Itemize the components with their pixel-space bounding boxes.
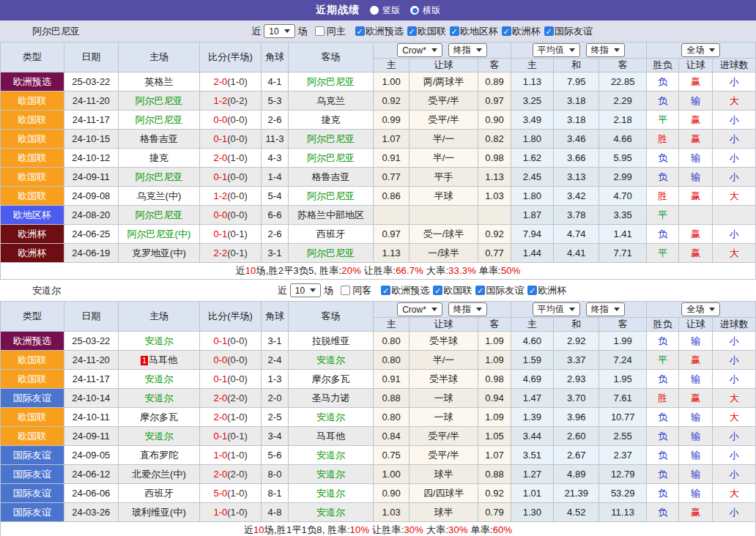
layout-option-vertical[interactable]: 竖版 bbox=[370, 4, 400, 17]
away-team-link[interactable]: 安道尔 bbox=[316, 450, 345, 461]
away-team-link[interactable]: 圣马力诺 bbox=[312, 392, 350, 403]
layout-option-horizontal[interactable]: 横版 bbox=[410, 4, 440, 17]
home-team-link[interactable]: 西班牙 bbox=[144, 488, 173, 499]
layout-radio[interactable] bbox=[370, 6, 379, 15]
competition-filter[interactable]: ✓国际友谊 bbox=[475, 284, 524, 297]
home-team-link[interactable]: 阿尔巴尼亚 bbox=[135, 95, 182, 106]
competition-label: 欧国联 bbox=[443, 284, 472, 297]
final-index-select[interactable]: 终指 bbox=[586, 302, 625, 316]
layout-radio-label: 竖版 bbox=[382, 4, 400, 17]
sub-col-goals: 进球数 bbox=[713, 318, 756, 332]
home-team-link[interactable]: 安道尔 bbox=[144, 392, 173, 403]
competition-filter[interactable]: ✓欧国联 bbox=[407, 25, 446, 38]
result-cell: 大 bbox=[713, 187, 756, 206]
final-index-select[interactable]: 终指 bbox=[448, 43, 487, 57]
match-date: 24-10-14 bbox=[64, 389, 119, 408]
competition-checkbox[interactable]: ✓ bbox=[381, 286, 390, 295]
competition-checkbox[interactable]: ✓ bbox=[450, 26, 459, 36]
competition-filter[interactable]: ✓国际友谊 bbox=[544, 25, 593, 38]
handicap-odds-cell: 0.88 bbox=[374, 389, 409, 408]
home-team-link[interactable]: 玻利维亚(中) bbox=[132, 507, 186, 518]
summary-part: 单率: bbox=[468, 524, 493, 535]
fulltime-select[interactable]: 全场 bbox=[681, 43, 720, 57]
home-team-link[interactable]: 阿尔巴尼亚 bbox=[135, 209, 182, 220]
away-team-link[interactable]: 苏格兰中部地区 bbox=[297, 209, 364, 220]
away-team-link[interactable]: 马耳他 bbox=[316, 431, 345, 442]
competition-checkbox[interactable]: ✓ bbox=[502, 26, 511, 36]
competition-checkbox[interactable]: ✓ bbox=[355, 26, 365, 36]
matches-tbody: 欧洲预选25-03-22安道尔0-1(0-0)3-1拉脱维亚0.80受半球1.0… bbox=[1, 332, 756, 522]
away-team-link[interactable]: 阿尔巴尼亚 bbox=[307, 247, 355, 258]
home-team-link[interactable]: 格鲁吉亚 bbox=[140, 133, 178, 144]
average-select[interactable]: 平均值 bbox=[533, 302, 580, 316]
average-odds-cell: 2.93 bbox=[554, 370, 599, 389]
home-team-link[interactable]: 阿尔巴尼亚 bbox=[135, 114, 182, 125]
home-team-link[interactable]: 阿尔巴尼亚(中) bbox=[127, 228, 191, 239]
competition-filter[interactable]: ✓欧洲杯 bbox=[527, 284, 566, 297]
filter-controls: 近 10 场 同主 ✓欧洲预选✓欧国联✓欧地区杯✓欧洲杯✓国际友谊 bbox=[251, 24, 592, 38]
layout-radio[interactable] bbox=[410, 6, 419, 15]
away-team-link[interactable]: 摩尔多瓦 bbox=[312, 373, 350, 384]
match-date: 24-06-25 bbox=[64, 225, 119, 244]
away-team-link[interactable]: 阿尔巴尼亚 bbox=[307, 76, 355, 87]
competition-checkbox[interactable]: ✓ bbox=[475, 286, 485, 295]
away-team-link[interactable]: 拉脱维亚 bbox=[312, 335, 350, 346]
home-team-link[interactable]: 摩尔多瓦 bbox=[140, 412, 178, 423]
competition-filter[interactable]: ✓欧洲杯 bbox=[502, 25, 541, 38]
away-team-link[interactable]: 安道尔 bbox=[316, 507, 345, 518]
same-venue-checkbox[interactable] bbox=[341, 286, 350, 295]
handicap-odds-cell: 一/球半 bbox=[409, 244, 478, 263]
competition-filter[interactable]: ✓欧洲预选 bbox=[355, 25, 404, 38]
odds-source-select[interactable]: Crow* bbox=[397, 302, 442, 316]
same-venue-filter[interactable]: 同客 bbox=[341, 284, 371, 297]
away-team-link[interactable]: 西班牙 bbox=[316, 228, 345, 239]
home-team-link[interactable]: 英格兰 bbox=[144, 76, 173, 87]
home-team-link[interactable]: 安道尔 bbox=[144, 373, 173, 384]
table-row: 国际友谊24-03-26玻利维亚(中)1-0(1-0)4-8安道尔1.03球半0… bbox=[1, 503, 756, 522]
away-team-link[interactable]: 安道尔 bbox=[316, 488, 345, 499]
competition-badge: 欧洲预选 bbox=[1, 332, 64, 351]
home-team-link[interactable]: 乌克兰(中) bbox=[137, 190, 182, 201]
home-team-link[interactable]: 北爱尔兰(中) bbox=[132, 469, 186, 480]
col-score: 比分(半场) bbox=[199, 302, 262, 332]
col-away: 客场 bbox=[288, 42, 374, 72]
competition-checkbox[interactable]: ✓ bbox=[407, 26, 417, 36]
same-venue-checkbox[interactable] bbox=[315, 26, 325, 36]
away-team-link[interactable]: 阿尔巴尼亚 bbox=[307, 190, 355, 201]
fulltime-select[interactable]: 全场 bbox=[681, 302, 720, 316]
average-odds-cell: 3.44 bbox=[511, 427, 553, 446]
away-team-link[interactable]: 捷克 bbox=[322, 114, 341, 125]
recent-count-select[interactable]: 10 bbox=[264, 24, 294, 38]
home-team-link[interactable]: 克罗地亚(中) bbox=[132, 247, 186, 258]
away-team-link[interactable]: 乌克兰 bbox=[316, 95, 345, 106]
home-team-link[interactable]: 阿尔巴尼亚 bbox=[135, 171, 182, 182]
home-team-link[interactable]: 直布罗陀 bbox=[140, 450, 178, 461]
away-team-link[interactable]: 安道尔 bbox=[316, 469, 345, 480]
away-team-link[interactable]: 阿尔巴尼亚 bbox=[307, 133, 355, 144]
competition-filter[interactable]: ✓欧洲预选 bbox=[381, 284, 429, 297]
home-team-link[interactable]: 安道尔 bbox=[144, 335, 173, 346]
average-select[interactable]: 平均值 bbox=[533, 43, 580, 57]
score: 1-2(0-2) bbox=[199, 92, 262, 111]
handicap-odds-cell: 受半球 bbox=[409, 370, 478, 389]
competition-filter[interactable]: ✓欧地区杯 bbox=[450, 25, 498, 38]
competition-checkbox[interactable]: ✓ bbox=[433, 286, 442, 295]
final-index-select[interactable]: 终指 bbox=[448, 302, 487, 316]
col-away: 客场 bbox=[288, 302, 374, 332]
same-venue-filter[interactable]: 同主 bbox=[315, 25, 346, 38]
competition-checkbox[interactable]: ✓ bbox=[544, 26, 554, 36]
away-team-link[interactable]: 安道尔 bbox=[316, 412, 345, 423]
competition-checkbox[interactable]: ✓ bbox=[527, 286, 537, 295]
away-team-link[interactable]: 阿尔巴尼亚 bbox=[307, 152, 355, 163]
average-odds-cell: 7.95 bbox=[554, 72, 599, 92]
away-team-link[interactable]: 安道尔 bbox=[316, 354, 345, 365]
final-index-select[interactable]: 终指 bbox=[586, 43, 625, 57]
home-team-link[interactable]: 捷克 bbox=[149, 152, 168, 163]
handicap-odds-cell: 1.07 bbox=[478, 446, 511, 465]
recent-count-select[interactable]: 10 bbox=[290, 283, 321, 297]
odds-source-select[interactable]: Crow* bbox=[397, 43, 442, 57]
home-team-link[interactable]: 安道尔 bbox=[144, 431, 173, 442]
away-team-link[interactable]: 格鲁吉亚 bbox=[312, 171, 350, 182]
home-team-link[interactable]: 马耳他 bbox=[149, 354, 177, 365]
competition-filter[interactable]: ✓欧国联 bbox=[433, 284, 472, 297]
